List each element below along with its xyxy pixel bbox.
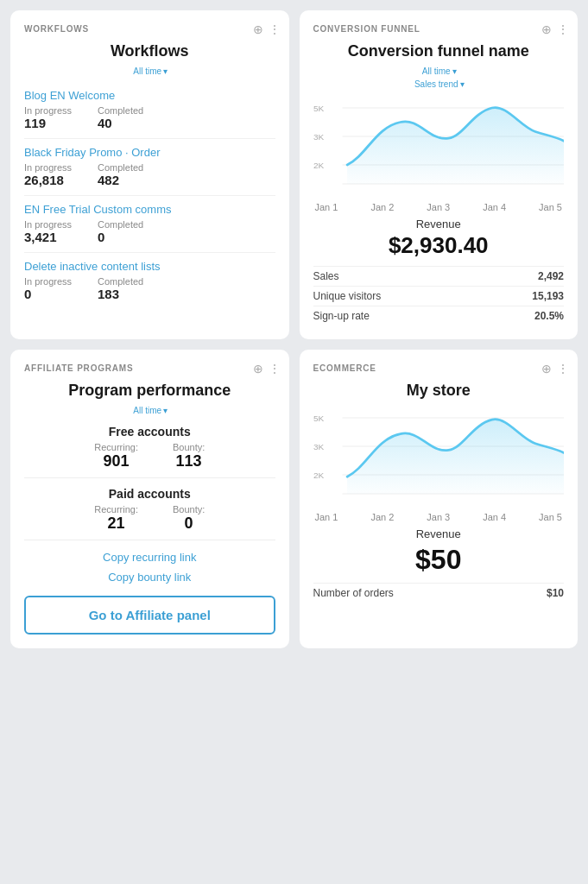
svg-text:5K: 5K — [313, 414, 325, 423]
copy-recurring-link[interactable]: Copy recurring link — [24, 547, 275, 567]
paid-recurring-label: Recurring: — [94, 504, 138, 515]
conversion-funnel-card: CONVERSION FUNNEL ⊕ ⋮ Conversion funnel … — [300, 10, 579, 339]
paid-accounts-title: Paid accounts — [24, 487, 275, 501]
conversion-stats: Sales2,492Unique visitors15,193Sign-up r… — [313, 266, 565, 325]
svg-text:3K: 3K — [313, 442, 325, 451]
paid-recurring-value: 21 — [94, 515, 138, 533]
workflow-item: Delete inactive content lists In progres… — [24, 253, 275, 309]
workflows-card: WORKFLOWS ⊕ ⋮ Workflows All time▾ Blog E… — [10, 10, 289, 339]
free-bounty-label: Bounty: — [173, 442, 205, 452]
workflow-link[interactable]: EN Free Trial Custom comms — [24, 203, 275, 216]
conversion-chart: 5K 3K 2K — [313, 98, 565, 193]
ecommerce-card: ECOMMERCE ⊕ ⋮ My store 5K 3K 2K — [300, 350, 579, 648]
workflows-list: Blog EN Welcome In progress 119 Complete… — [24, 82, 275, 309]
ecommerce-label: ECOMMERCE — [313, 363, 565, 373]
paid-bounty-stat: Bounty: 0 — [173, 504, 205, 533]
free-accounts-stats: Recurring: 901 Bounty: 113 — [24, 442, 275, 470]
copy-bounty-link[interactable]: Copy bounty link — [24, 567, 275, 587]
conversion-revenue-section: Revenue $2,930.40 — [313, 218, 565, 259]
conversion-label: CONVERSION FUNNEL — [313, 24, 565, 34]
workflow-completed: Completed 183 — [98, 276, 143, 302]
conversion-title: Conversion funnel name — [313, 42, 565, 60]
conversion-revenue-amount: $2,930.40 — [313, 232, 565, 259]
conversion-more-icon[interactable]: ⋮ — [557, 22, 569, 36]
conversion-stat-row: Unique visitors15,193 — [313, 286, 565, 306]
affiliate-alltime[interactable]: All time▾ — [24, 403, 275, 416]
workflow-inprogress: In progress 0 — [24, 276, 72, 302]
workflow-inprogress: In progress 26,818 — [24, 162, 72, 188]
ecommerce-revenue-section: Revenue $50 — [313, 527, 565, 576]
free-bounty-value: 113 — [173, 452, 205, 470]
workflows-label: WORKFLOWS — [24, 24, 275, 34]
affiliate-more-icon[interactable]: ⋮ — [269, 362, 281, 376]
ecommerce-move-icon[interactable]: ⊕ — [541, 362, 552, 376]
workflow-item: EN Free Trial Custom comms In progress 3… — [24, 196, 275, 253]
affiliate-move-icon[interactable]: ⊕ — [253, 362, 263, 376]
conversion-stat-row: Sign-up rate20.5% — [313, 306, 565, 325]
ecommerce-stat-row: Number of orders$10 — [313, 583, 565, 603]
free-recurring-value: 901 — [94, 452, 138, 470]
ecommerce-stats: Number of orders$10 — [313, 583, 565, 603]
go-to-affiliate-button[interactable]: Go to Affiliate panel — [24, 596, 275, 635]
conversion-alltime[interactable]: All time▾ — [420, 64, 457, 77]
free-accounts-title: Free accounts — [24, 425, 275, 439]
free-recurring-stat: Recurring: 901 — [94, 442, 138, 470]
workflow-link[interactable]: Delete inactive content lists — [24, 260, 275, 273]
workflow-item: Black Friday Promo · Order In progress 2… — [24, 139, 275, 196]
workflows-more-icon[interactable]: ⋮ — [269, 22, 281, 36]
affiliate-title: Program performance — [24, 382, 275, 400]
workflows-alltime[interactable]: All time▾ — [24, 64, 275, 77]
ecommerce-revenue-label: Revenue — [313, 527, 565, 540]
ecommerce-revenue-amount: $50 — [313, 544, 565, 576]
svg-text:5K: 5K — [313, 104, 325, 113]
conversion-move-icon[interactable]: ⊕ — [541, 22, 552, 36]
conversion-stat-row: Sales2,492 — [313, 266, 565, 286]
workflow-link[interactable]: Blog EN Welcome — [24, 89, 275, 102]
conversion-x-labels: Jan 1Jan 2Jan 3Jan 4Jan 5 — [313, 202, 565, 212]
paid-bounty-value: 0 — [173, 515, 205, 533]
conversion-salestrend[interactable]: Sales trend▾ — [413, 77, 465, 90]
free-bounty-stat: Bounty: 113 — [173, 442, 205, 470]
workflow-inprogress: In progress 3,421 — [24, 219, 72, 245]
conversion-revenue-label: Revenue — [313, 218, 565, 230]
paid-accounts-stats: Recurring: 21 Bounty: 0 — [24, 504, 275, 533]
free-recurring-label: Recurring: — [94, 442, 138, 452]
svg-text:2K: 2K — [313, 470, 325, 480]
paid-bounty-label: Bounty: — [173, 504, 205, 515]
workflow-link[interactable]: Black Friday Promo · Order — [24, 146, 275, 159]
workflows-title: Workflows — [24, 42, 275, 60]
workflow-completed: Completed 0 — [98, 219, 143, 245]
svg-text:2K: 2K — [313, 161, 325, 170]
ecommerce-title: My store — [313, 382, 565, 400]
affiliate-card: AFFILIATE PROGRAMS ⊕ ⋮ Program performan… — [10, 350, 289, 648]
workflows-move-icon[interactable]: ⊕ — [253, 22, 263, 36]
workflow-item: Blog EN Welcome In progress 119 Complete… — [24, 82, 275, 139]
workflow-completed: Completed 40 — [98, 105, 143, 131]
ecommerce-chart: 5K 3K 2K — [313, 408, 565, 503]
paid-recurring-stat: Recurring: 21 — [94, 504, 138, 533]
workflow-inprogress: In progress 119 — [24, 105, 72, 131]
ecommerce-x-labels: Jan 1Jan 2Jan 3Jan 4Jan 5 — [313, 512, 565, 522]
affiliate-label: AFFILIATE PROGRAMS — [24, 363, 275, 373]
svg-text:3K: 3K — [313, 132, 325, 142]
workflow-completed: Completed 482 — [98, 162, 143, 188]
ecommerce-more-icon[interactable]: ⋮ — [557, 362, 569, 376]
